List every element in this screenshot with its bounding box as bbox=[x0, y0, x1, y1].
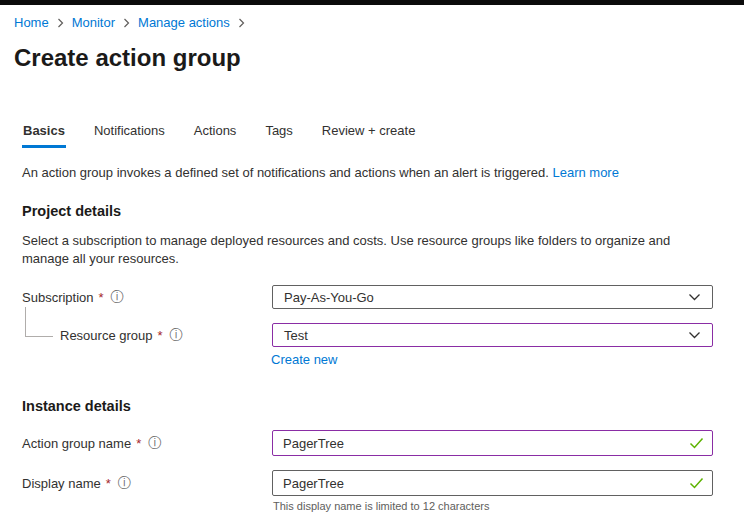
action-group-name-row: Action group name * bbox=[22, 430, 744, 456]
display-name-row: Display name * bbox=[22, 470, 744, 496]
instance-details-heading: Instance details bbox=[22, 398, 744, 414]
display-name-helper-text: This display name is limited to 12 chara… bbox=[273, 500, 744, 512]
chevron-right-icon bbox=[123, 18, 130, 28]
breadcrumb: Home Monitor Manage actions bbox=[14, 15, 744, 30]
project-details-description: Select a subscription to manage deployed… bbox=[22, 232, 715, 268]
window-top-bar bbox=[0, 0, 744, 5]
tree-connector-line bbox=[25, 307, 53, 337]
breadcrumb-monitor-link[interactable]: Monitor bbox=[72, 15, 115, 30]
subscription-row: Subscription * Pay-As-You-Go bbox=[22, 285, 744, 309]
subscription-label: Subscription * bbox=[22, 290, 272, 305]
intro-text: An action group invokes a defined set of… bbox=[22, 164, 744, 181]
info-icon[interactable] bbox=[118, 476, 132, 490]
page-title: Create action group bbox=[14, 43, 744, 72]
intro-description: An action group invokes a defined set of… bbox=[22, 165, 549, 180]
required-asterisk: * bbox=[136, 436, 141, 451]
chevron-down-icon bbox=[688, 331, 701, 339]
resource-group-row: Resource group * Test bbox=[22, 323, 744, 347]
action-group-name-label-text: Action group name bbox=[22, 436, 131, 451]
info-icon[interactable] bbox=[148, 436, 162, 450]
tab-basics[interactable]: Basics bbox=[22, 123, 66, 148]
subscription-dropdown[interactable]: Pay-As-You-Go bbox=[272, 285, 713, 309]
action-group-name-label: Action group name * bbox=[22, 436, 272, 451]
chevron-right-icon bbox=[238, 18, 245, 28]
required-asterisk: * bbox=[99, 290, 104, 305]
info-icon[interactable] bbox=[111, 290, 125, 304]
required-asterisk: * bbox=[158, 328, 163, 343]
display-name-input[interactable] bbox=[272, 470, 713, 496]
create-new-link[interactable]: Create new bbox=[271, 352, 337, 367]
resource-group-dropdown[interactable]: Test bbox=[272, 323, 713, 347]
tab-tags[interactable]: Tags bbox=[264, 123, 293, 148]
tab-notifications[interactable]: Notifications bbox=[93, 123, 166, 148]
learn-more-link[interactable]: Learn more bbox=[552, 165, 618, 180]
project-details-heading: Project details bbox=[22, 203, 744, 219]
info-icon[interactable] bbox=[170, 328, 184, 342]
chevron-right-icon bbox=[57, 18, 64, 28]
display-name-label-text: Display name bbox=[22, 476, 101, 491]
valid-check-icon bbox=[689, 477, 704, 489]
breadcrumb-manage-actions-link[interactable]: Manage actions bbox=[138, 15, 230, 30]
wizard-tabs: Basics Notifications Actions Tags Review… bbox=[22, 123, 744, 148]
required-asterisk: * bbox=[106, 476, 111, 491]
resource-group-label: Resource group * bbox=[22, 328, 272, 343]
chevron-down-icon bbox=[688, 293, 701, 301]
resource-group-dropdown-value: Test bbox=[284, 328, 308, 343]
tab-review-create[interactable]: Review + create bbox=[321, 123, 417, 148]
subscription-dropdown-value: Pay-As-You-Go bbox=[284, 290, 374, 305]
subscription-label-text: Subscription bbox=[22, 290, 94, 305]
breadcrumb-home-link[interactable]: Home bbox=[14, 15, 49, 30]
action-group-name-input[interactable] bbox=[272, 430, 713, 456]
tab-actions[interactable]: Actions bbox=[193, 123, 238, 148]
display-name-label: Display name * bbox=[22, 476, 272, 491]
valid-check-icon bbox=[689, 437, 704, 449]
resource-group-label-text: Resource group bbox=[60, 328, 153, 343]
